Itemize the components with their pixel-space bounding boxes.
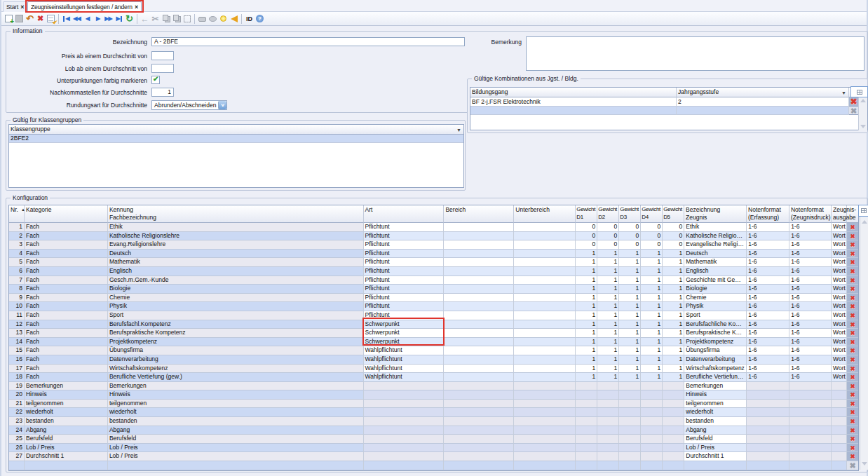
config-cell-bereich[interactable]: [444, 329, 514, 338]
config-cell-ausgabe[interactable]: Wort: [832, 250, 847, 259]
config-cell-d3[interactable]: 1: [619, 267, 641, 276]
config-cell-kategorie[interactable]: Fach: [25, 311, 108, 320]
config-cell-nf_erfassung[interactable]: 1-6: [747, 267, 789, 276]
fast-backward-icon[interactable]: ◀◀: [72, 13, 82, 24]
last-record-icon[interactable]: ▶: [114, 13, 124, 24]
config-cell-ausgabe[interactable]: Wort: [832, 267, 847, 276]
config-cell-kennung[interactable]: Lob / Preis: [108, 444, 364, 453]
config-cell-nr[interactable]: 23: [9, 417, 25, 426]
config-cell-d1[interactable]: 1: [576, 320, 597, 329]
config-cell-d2[interactable]: 1: [597, 302, 619, 311]
config-cell-unterbereich[interactable]: [514, 240, 576, 250]
config-cell-kategorie[interactable]: Fach: [25, 355, 108, 365]
config-cell-art[interactable]: Wahlpflichtunt: [364, 373, 445, 382]
config-cell-d3[interactable]: 1: [619, 276, 641, 285]
config-cell-unterbereich[interactable]: [514, 346, 576, 355]
delete-row-button[interactable]: ✖: [847, 320, 858, 329]
config-cell-d5[interactable]: 1: [663, 346, 684, 355]
config-cell-bezeichnung[interactable]: Berufsfachliche Kompetenz: [684, 320, 747, 329]
config-cell-nf_druck[interactable]: 1-6: [789, 250, 832, 259]
kombi-cell-bildungsgang[interactable]: [470, 107, 677, 115]
delete-row-button[interactable]: ✖: [847, 223, 858, 232]
config-cell-kennung[interactable]: Lob / Preis: [108, 452, 364, 461]
config-cell-d4[interactable]: 1: [641, 373, 663, 382]
config-cell-kategorie[interactable]: [25, 461, 108, 470]
config-cell-d1[interactable]: 1: [576, 285, 597, 294]
bemerkung-textarea[interactable]: [526, 36, 864, 71]
config-cell-nf_druck[interactable]: 1-6: [789, 365, 832, 374]
config-row[interactable]: 3FachEvang.ReligionslehrePflichtunt00000…: [9, 240, 858, 250]
config-cell-unterbereich[interactable]: [514, 320, 576, 329]
config-cell-nf_erfassung[interactable]: 1-6: [747, 240, 789, 250]
config-cell-nf_druck[interactable]: 1-6: [789, 223, 832, 232]
config-cell-nr[interactable]: 4: [9, 250, 25, 259]
scroll-up-icon[interactable]: [860, 99, 866, 102]
config-cell-ausgabe[interactable]: Wort: [832, 258, 847, 267]
tab-start-close-icon[interactable]: ×: [20, 4, 24, 11]
config-cell-bereich[interactable]: [444, 373, 514, 382]
config-cell-d4[interactable]: 1: [641, 329, 663, 338]
konfig-col-unterbereich[interactable]: Unterbereich: [514, 205, 576, 223]
config-cell-d5[interactable]: 1: [663, 294, 684, 303]
config-cell-nf_druck[interactable]: 1-6: [789, 338, 832, 347]
config-cell-d5[interactable]: 1: [663, 338, 684, 347]
config-cell-kategorie[interactable]: Fach: [25, 267, 108, 276]
config-cell-nf_druck[interactable]: 1-6: [789, 276, 832, 285]
delete-row-button[interactable]: ✖: [849, 97, 859, 107]
config-cell-bezeichnung[interactable]: Projektkompetenz: [684, 338, 747, 347]
config-cell-art[interactable]: Pflichtunt: [364, 276, 445, 285]
delete-row-button[interactable]: ✖: [847, 250, 858, 259]
first-record-icon[interactable]: ◀: [61, 13, 72, 24]
config-cell-ausgabe[interactable]: Wort: [832, 373, 847, 382]
konfig-col-nf_druck[interactable]: Notenformat (Zeugnisdruck): [789, 205, 832, 223]
chevron-down-icon[interactable]: v: [218, 101, 226, 109]
config-row[interactable]: 18FachBerufliche Vertiefung (gew.)Wahlpf…: [9, 373, 858, 382]
konfig-col-d3[interactable]: Gewicht D3: [619, 205, 641, 223]
config-cell-art[interactable]: Pflichtunt: [364, 240, 445, 250]
config-cell-art[interactable]: Pflichtunt: [364, 223, 445, 232]
kombinationen-row[interactable]: BF 2-j.FSR Elektrotechnik 2 ✖: [470, 97, 867, 107]
config-cell-nr[interactable]: 17: [9, 365, 25, 374]
config-cell-bezeichnung[interactable]: Lob / Preis: [684, 444, 747, 453]
config-cell-bereich[interactable]: [444, 302, 514, 311]
config-cell-art[interactable]: Pflichtunt: [364, 285, 445, 294]
konfig-col-d2[interactable]: Gewicht D2: [597, 205, 619, 223]
config-cell-d4[interactable]: 1: [641, 285, 663, 294]
config-row[interactable]: 26Lob / PreisLob / PreisLob / Preis✖: [9, 444, 858, 453]
konfig-col-bezeichnung[interactable]: Bezeichnung Zeugnis: [684, 205, 747, 223]
config-cell-d5[interactable]: [663, 461, 684, 470]
config-cell-bezeichnung[interactable]: Sport: [684, 311, 747, 320]
config-cell-d3[interactable]: 1: [619, 329, 641, 338]
config-cell-d5[interactable]: 1: [663, 267, 684, 276]
delete-row-button[interactable]: ✖: [847, 267, 858, 276]
config-cell-ausgabe[interactable]: Wort: [832, 320, 847, 329]
delete-row-button[interactable]: ✖: [847, 338, 858, 347]
config-cell-bezeichnung[interactable]: Abgang: [684, 426, 747, 435]
kombinationen-scrollbar[interactable]: [858, 97, 867, 130]
config-cell-unterbereich[interactable]: [514, 373, 576, 382]
config-cell-nf_erfassung[interactable]: 1-6: [747, 365, 789, 374]
config-cell-nf_erfassung[interactable]: 1-6: [747, 373, 789, 382]
config-cell-d1[interactable]: 1: [576, 302, 597, 311]
config-cell-kennung[interactable]: Berufliche Vertiefung (gew.): [108, 373, 364, 382]
config-cell-unterbereich[interactable]: [514, 461, 576, 470]
config-cell-d1[interactable]: [576, 461, 597, 470]
config-cell-kennung[interactable]: Deutsch: [108, 250, 364, 259]
config-cell-ausgabe[interactable]: Wort: [832, 240, 847, 250]
config-cell-nr[interactable]: 20: [9, 390, 25, 400]
config-cell-d3[interactable]: 1: [619, 294, 641, 303]
config-cell-d4[interactable]: 1: [641, 276, 663, 285]
config-cell-d4[interactable]: 1: [641, 346, 663, 355]
config-row[interactable]: 7FachGesch.m.Gem.-KundePflichtunt11111Ge…: [9, 276, 858, 285]
id-icon[interactable]: ID: [244, 13, 255, 24]
config-cell-bereich[interactable]: [444, 276, 514, 285]
config-cell-d3[interactable]: 1: [619, 311, 641, 320]
config-cell-d3[interactable]: 1: [619, 373, 641, 382]
config-cell-d3[interactable]: 1: [619, 346, 641, 355]
kombi-col-bildungsgang[interactable]: Bildungsgang: [470, 88, 677, 97]
config-cell-bereich[interactable]: [444, 294, 514, 303]
rundungsart-select[interactable]: Abrunden/Abschneiden v: [151, 100, 227, 110]
config-cell-kennung[interactable]: teilgenommen: [108, 400, 364, 409]
config-cell-nr[interactable]: 18: [9, 373, 25, 382]
config-cell-d3[interactable]: 0: [619, 232, 641, 241]
